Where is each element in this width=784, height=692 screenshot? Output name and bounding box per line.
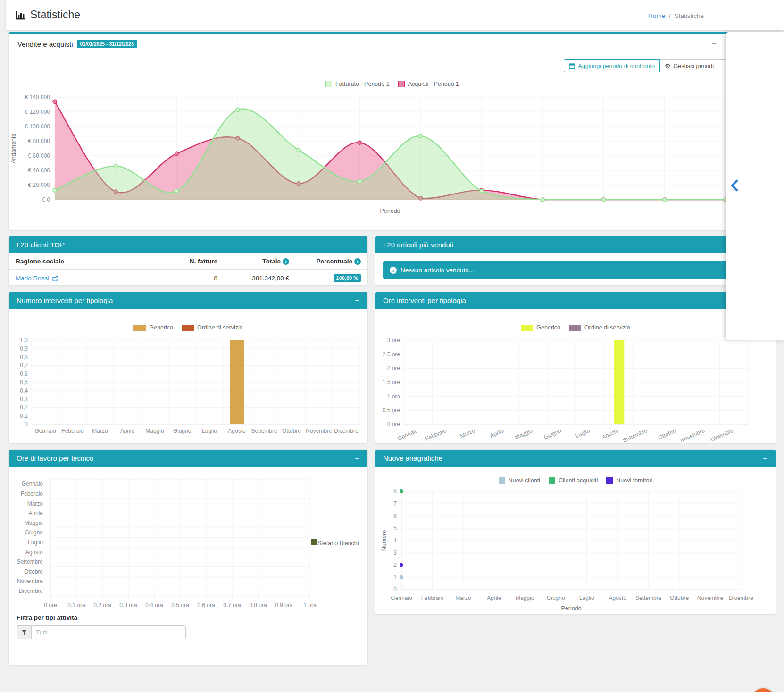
table-row: Mario Rossi8381.342,00 €100,00 % bbox=[9, 270, 367, 287]
vendite-panel-header: Vendite e acquisti01/01/2025 - 31/12/202… bbox=[9, 34, 776, 54]
svg-text:€ 40.000: € 40.000 bbox=[28, 167, 50, 174]
client-link[interactable]: Mario Rossi bbox=[16, 275, 58, 282]
svg-text:6: 6 bbox=[393, 513, 397, 519]
svg-text:2 ore: 2 ore bbox=[387, 365, 400, 371]
articoli-panel-title: I 20 articoli più venduti bbox=[383, 241, 453, 249]
numero-interventi-title: Numero interventi per tipologia bbox=[17, 296, 113, 304]
svg-text:€ 60.000: € 60.000 bbox=[28, 152, 50, 159]
legend-swatch bbox=[499, 477, 505, 484]
svg-text:1.5 ore: 1.5 ore bbox=[383, 379, 400, 386]
svg-text:0,7: 0,7 bbox=[20, 362, 28, 369]
legend-swatch bbox=[521, 325, 533, 331]
svg-text:0,3: 0,3 bbox=[20, 396, 28, 403]
svg-text:Marzo: Marzo bbox=[27, 500, 43, 507]
collapse-numero-button[interactable]: − bbox=[352, 296, 362, 305]
svg-text:0.3 ora: 0.3 ora bbox=[119, 602, 137, 608]
svg-text:Luglio: Luglio bbox=[575, 427, 591, 439]
info-icon: i bbox=[283, 258, 289, 265]
svg-text:Giugno: Giugno bbox=[25, 529, 43, 536]
panel-numero-interventi: Numero interventi per tipologia − Generi… bbox=[8, 292, 368, 444]
svg-text:2: 2 bbox=[393, 562, 397, 568]
legend-swatch bbox=[311, 539, 317, 545]
vendite-area-chart: € 140.000€ 120.000€ 100.000€ 80.000€ 60.… bbox=[9, 89, 759, 231]
filter-activity-group bbox=[17, 625, 186, 639]
svg-text:Giugno: Giugno bbox=[543, 427, 562, 441]
legend-label: Acquisti - Periodo 1 bbox=[408, 81, 459, 87]
vendite-toolbar: Aggiungi periodo di confronto ⚙ Gestisci… bbox=[564, 59, 738, 72]
breadcrumb: Home / Statistiche bbox=[648, 12, 704, 19]
legend-item[interactable]: Clienti acquisiti bbox=[549, 477, 598, 484]
legend-item[interactable]: Ordine di servizio bbox=[569, 324, 630, 331]
svg-text:0,1: 0,1 bbox=[20, 413, 28, 419]
cell-n-fatture: 8 bbox=[174, 270, 224, 287]
floating-action-button[interactable] bbox=[751, 688, 776, 692]
svg-text:7: 7 bbox=[393, 500, 397, 507]
svg-text:1 ora: 1 ora bbox=[303, 602, 317, 608]
svg-text:Ottobre: Ottobre bbox=[282, 428, 301, 434]
legend-swatch bbox=[569, 325, 581, 331]
numero-interventi-header: Numero interventi per tipologia − bbox=[9, 292, 367, 309]
filter-addon-button[interactable] bbox=[17, 625, 31, 639]
svg-text:Marzo: Marzo bbox=[459, 427, 476, 439]
legend-swatch bbox=[182, 325, 194, 331]
legend-item[interactable]: Generico bbox=[133, 324, 173, 331]
cell-percentuale: 100,00 % bbox=[296, 270, 367, 287]
calendar-icon bbox=[569, 63, 575, 69]
svg-text:1,0: 1,0 bbox=[20, 337, 28, 344]
svg-text:0,8: 0,8 bbox=[20, 354, 28, 361]
percent-badge: 100,00 % bbox=[334, 274, 361, 282]
anagrafiche-title: Nuove anagrafiche bbox=[383, 454, 442, 462]
legend-label: Nuovi clienti bbox=[509, 477, 540, 484]
legend-item[interactable]: Nuovi clienti bbox=[499, 477, 540, 484]
chevron-left-icon[interactable] bbox=[729, 179, 740, 192]
numero-chart-legend: GenericoOrdine di servizio bbox=[9, 324, 367, 331]
add-comparison-period-button[interactable]: Aggiungi periodo di confronto bbox=[564, 59, 660, 72]
legend-item[interactable]: Stefano Bianchi bbox=[311, 539, 359, 547]
breadcrumb-home-link[interactable]: Home bbox=[648, 12, 665, 19]
svg-text:4: 4 bbox=[393, 537, 397, 544]
collapse-panel-button[interactable]: − bbox=[709, 39, 719, 49]
svg-text:Settembre: Settembre bbox=[622, 427, 649, 443]
legend-item[interactable]: Nuovi fornitori bbox=[606, 477, 652, 484]
svg-text:Gennaio: Gennaio bbox=[391, 595, 412, 601]
external-link-icon bbox=[52, 275, 58, 281]
anagrafiche-chart-legend: Nuovi clientiClienti acquisitiNuovi forn… bbox=[375, 477, 776, 484]
collapse-articoli-button[interactable]: − bbox=[707, 240, 716, 250]
svg-text:Dicembre: Dicembre bbox=[334, 428, 359, 434]
svg-text:3: 3 bbox=[393, 549, 397, 556]
legend-item[interactable]: Ordine di servizio bbox=[182, 324, 243, 331]
no-articles-alert: i Nessun articolo venduto... bbox=[383, 261, 768, 279]
panel-ore-lavoro: Ore di lavoro per tecnico − GennaioFebbr… bbox=[8, 449, 368, 666]
svg-text:Settembre: Settembre bbox=[635, 595, 662, 601]
svg-text:1 ora: 1 ora bbox=[387, 393, 400, 400]
collapse-clienti-button[interactable]: − bbox=[352, 240, 362, 250]
collapse-anagrafiche-button[interactable]: − bbox=[760, 454, 770, 463]
svg-text:Ottobre: Ottobre bbox=[24, 568, 43, 575]
legend-label: Ordine di servizio bbox=[197, 324, 243, 331]
add-period-label: Aggiungi periodo di confronto bbox=[578, 63, 655, 69]
svg-text:Febbraio: Febbraio bbox=[421, 595, 444, 601]
svg-text:0.4 ora: 0.4 ora bbox=[145, 602, 163, 608]
legend-item[interactable]: Generico bbox=[521, 324, 560, 331]
col-ragione-sociale: Ragione sociale bbox=[9, 253, 174, 270]
svg-text:Aprile: Aprile bbox=[487, 595, 501, 601]
legend-item[interactable]: Fatturato - Periodo 1 bbox=[325, 81, 390, 87]
svg-text:Maggio: Maggio bbox=[514, 427, 534, 441]
legend-label: Fatturato - Periodo 1 bbox=[335, 81, 390, 87]
svg-text:€ 100.000: € 100.000 bbox=[25, 123, 50, 130]
svg-text:8: 8 bbox=[393, 488, 397, 495]
clienti-panel-title: I 20 clienti TOP bbox=[17, 241, 65, 249]
clienti-table: Ragione sociale N. fatture Totalei Perce… bbox=[9, 253, 367, 287]
vendite-title-text: Vendite e acquisti bbox=[17, 40, 73, 48]
svg-text:Giugno: Giugno bbox=[547, 595, 565, 601]
col-totale: Totalei bbox=[224, 253, 296, 270]
filter-activity-input[interactable] bbox=[31, 625, 186, 639]
ore-interventi-title: Ore interventi per tipologia bbox=[383, 296, 466, 304]
legend-item[interactable]: Acquisti - Periodo 1 bbox=[398, 81, 459, 87]
right-collapsed-drawer bbox=[726, 32, 784, 340]
svg-text:Periodo: Periodo bbox=[380, 208, 400, 214]
breadcrumb-separator: / bbox=[669, 12, 671, 19]
svg-text:Maggio: Maggio bbox=[25, 520, 43, 526]
collapse-lavoro-button[interactable]: − bbox=[352, 454, 362, 463]
legend-label: Generico bbox=[536, 324, 560, 331]
